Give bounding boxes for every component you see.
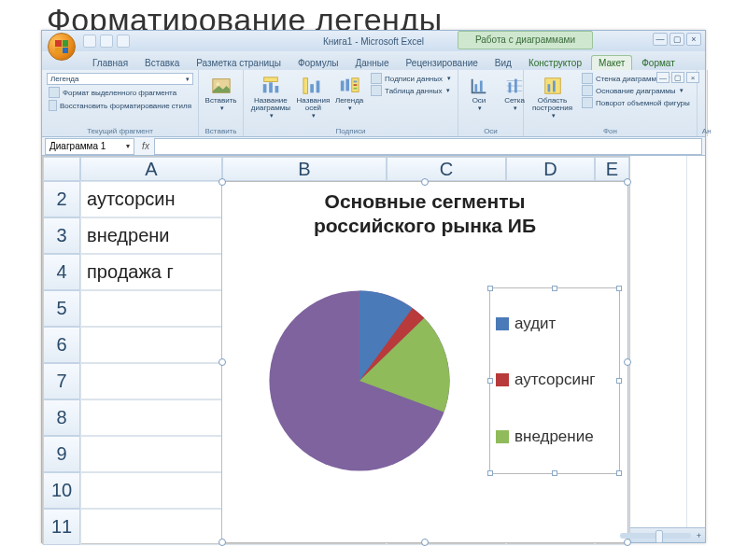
rotate-3d-button[interactable]: Поворот объемной фигуры <box>580 97 692 108</box>
row-header[interactable]: 9 <box>43 436 80 472</box>
zoom-in-button[interactable]: + <box>697 531 701 540</box>
svg-rect-7 <box>311 84 315 92</box>
gridlines-icon <box>504 76 525 96</box>
tab-formulas[interactable]: Формулы <box>290 55 346 70</box>
tab-review[interactable]: Рецензирование <box>399 55 486 70</box>
chart-title[interactable]: Основные сегменты российского рынка ИБ <box>222 182 627 241</box>
resize-handle[interactable] <box>218 539 226 546</box>
chart-title-button[interactable]: Название диаграммы <box>248 73 293 122</box>
close-button[interactable]: × <box>686 33 701 46</box>
data-labels-icon <box>371 73 382 84</box>
cell[interactable] <box>80 472 222 509</box>
group-label-insert: Вставить <box>204 126 238 135</box>
tab-home[interactable]: Главная <box>85 55 135 70</box>
svg-rect-2 <box>264 77 278 82</box>
legend-swatch-icon <box>496 373 509 386</box>
reset-style-icon <box>49 100 57 111</box>
fx-icon[interactable]: fx <box>137 141 154 151</box>
axis-titles-button[interactable]: Названия осей <box>297 73 330 122</box>
svg-rect-13 <box>354 84 358 86</box>
row-header[interactable]: 4 <box>43 254 80 290</box>
cell[interactable] <box>80 509 222 545</box>
cell[interactable]: аутсорсин <box>80 181 222 217</box>
row-header[interactable]: 5 <box>43 290 80 327</box>
office-button[interactable] <box>48 33 76 61</box>
name-box[interactable]: Диаграмма 1▾ <box>45 138 134 155</box>
reset-style-button[interactable]: Восстановить форматирование стиля <box>47 100 193 111</box>
image-icon <box>211 76 232 96</box>
cell[interactable] <box>80 363 222 399</box>
tab-page-layout[interactable]: Разметка страницы <box>189 55 289 70</box>
cell[interactable] <box>80 290 222 327</box>
resize-handle[interactable] <box>218 178 226 186</box>
doc-restore-button[interactable]: ▢ <box>671 72 684 83</box>
group-label-selection: Текущий фрагмент <box>47 126 193 135</box>
row-header[interactable]: 7 <box>43 363 80 399</box>
col-header-c[interactable]: C <box>387 157 506 181</box>
row-header[interactable]: 3 <box>43 217 80 254</box>
embedded-chart[interactable]: Основные сегменты российского рынка ИБ <box>221 181 628 543</box>
resize-handle[interactable] <box>624 539 631 546</box>
chart-wall-icon <box>582 73 593 84</box>
row-header[interactable]: 2 <box>43 181 80 217</box>
resize-handle[interactable] <box>421 539 429 546</box>
cell[interactable] <box>80 436 222 472</box>
col-header-e[interactable]: E <box>595 157 629 181</box>
formula-input[interactable] <box>154 138 702 155</box>
background-grid <box>628 156 705 527</box>
redo-icon[interactable] <box>117 35 130 48</box>
tab-layout[interactable]: Макет <box>591 55 632 70</box>
resize-handle[interactable] <box>624 358 631 366</box>
svg-rect-21 <box>553 81 556 92</box>
row-header[interactable]: 10 <box>43 472 80 509</box>
zoom-slider[interactable] <box>620 533 691 539</box>
tab-view[interactable]: Вид <box>487 55 519 70</box>
legend-button[interactable]: Легенда <box>333 73 365 115</box>
row-header[interactable]: 8 <box>43 399 80 436</box>
plot-area-button[interactable]: Область построения <box>529 73 576 122</box>
undo-icon[interactable] <box>100 35 113 48</box>
minimize-button[interactable]: — <box>653 33 668 46</box>
tab-insert[interactable]: Вставка <box>137 55 187 70</box>
cell[interactable] <box>80 399 222 436</box>
svg-rect-16 <box>480 81 483 92</box>
data-labels-button[interactable]: Подписи данных <box>369 73 453 84</box>
doc-minimize-button[interactable]: — <box>656 72 669 83</box>
data-table-icon <box>371 85 382 96</box>
maximize-button[interactable]: ▢ <box>669 33 684 46</box>
legend-swatch-icon <box>496 317 509 330</box>
row-header[interactable]: 6 <box>43 327 80 363</box>
cell[interactable] <box>80 327 222 363</box>
format-selection-button[interactable]: Формат выделенного фрагмента <box>47 87 193 98</box>
format-selection-icon <box>49 87 60 98</box>
col-header-b[interactable]: B <box>222 157 387 181</box>
chart-element-selector[interactable]: Легенда▾ <box>47 73 193 85</box>
legend-item[interactable]: аутсорсинг <box>496 371 613 389</box>
row-header[interactable]: 11 <box>43 509 80 545</box>
insert-picture-button[interactable]: Вставить <box>204 73 238 115</box>
tab-data[interactable]: Данные <box>347 55 396 70</box>
select-all-corner[interactable] <box>43 157 80 181</box>
tab-design[interactable]: Конструктор <box>521 55 589 70</box>
data-table-button[interactable]: Таблица данных <box>369 85 453 96</box>
svg-rect-10 <box>345 79 349 91</box>
save-icon[interactable] <box>83 35 96 48</box>
cell[interactable]: внедрени <box>80 217 222 254</box>
chart-floor-button[interactable]: Основание диаграммы <box>580 85 692 96</box>
legend-item[interactable]: аудит <box>496 315 613 333</box>
resize-handle[interactable] <box>218 358 226 366</box>
svg-rect-6 <box>303 78 308 94</box>
tab-format[interactable]: Формат <box>634 55 683 70</box>
legend-item[interactable]: внедрение <box>496 427 613 446</box>
axes-button[interactable]: Оси <box>463 73 495 115</box>
chart-legend[interactable]: аудит аутсорсинг внедрение <box>489 287 620 474</box>
col-header-d[interactable]: D <box>506 157 595 181</box>
resize-handle[interactable] <box>624 178 631 186</box>
svg-rect-12 <box>354 81 358 83</box>
doc-close-button[interactable]: × <box>686 72 699 83</box>
cell[interactable]: продажа г <box>80 254 222 290</box>
group-label-background: Фон <box>529 126 692 135</box>
pie-plot[interactable] <box>230 250 489 511</box>
resize-handle[interactable] <box>421 178 429 186</box>
col-header-a[interactable]: A <box>80 157 222 181</box>
